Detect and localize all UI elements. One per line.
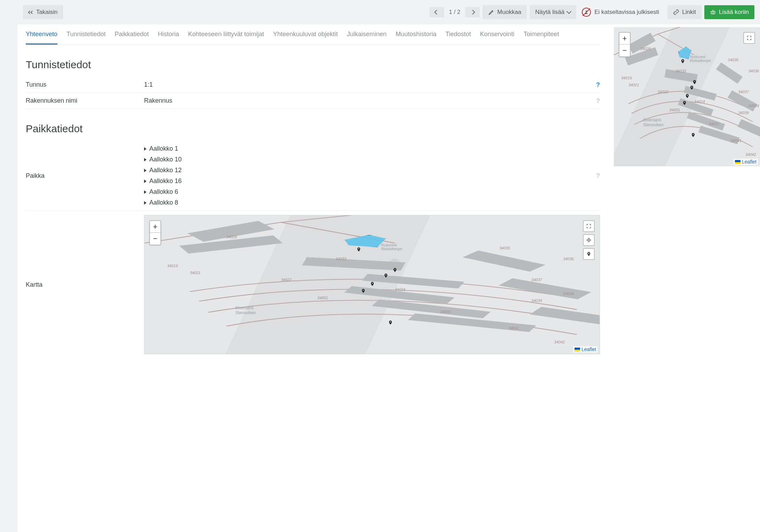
- tab-yhteenveto[interactable]: Yhteenveto: [26, 31, 57, 45]
- tab-tiedostot[interactable]: Tiedostot: [445, 31, 471, 45]
- pager-prev-button[interactable]: [429, 7, 444, 17]
- map-pin[interactable]: [383, 272, 388, 276]
- add-to-cart-button[interactable]: Lisää koriin: [704, 5, 754, 19]
- map-plot-label: 34034: [563, 292, 574, 296]
- tab-paikkatiedot[interactable]: Paikkatiedot: [114, 31, 149, 45]
- tab-yhteenkuuluvat-objektit[interactable]: Yhteenkuuluvat objektit: [273, 31, 338, 45]
- help-icon[interactable]: ?: [596, 172, 600, 180]
- map-pin[interactable]: [691, 132, 695, 136]
- paikka-item-label: Aallokko 8: [149, 199, 178, 206]
- map-attribution: Leaflet: [734, 159, 758, 165]
- paikka-item-label: Aallokko 1: [149, 145, 178, 152]
- paikka-item[interactable]: Aallokko 12: [144, 167, 600, 174]
- double-chevron-left-icon: [29, 11, 33, 14]
- show-more-button[interactable]: Näytä lisää: [530, 5, 576, 19]
- fullscreen-icon: [586, 223, 592, 229]
- tab-kohteeseen-liittyv-t-toimijat[interactable]: Kohteeseen liittyvät toimijat: [188, 31, 264, 45]
- paikka-item[interactable]: Aallokko 16: [144, 177, 600, 185]
- not-public-icon: [582, 8, 591, 17]
- map-plot-label: 34035: [499, 246, 510, 250]
- link-icon: [673, 9, 679, 15]
- locate-button[interactable]: [583, 234, 595, 246]
- zoom-out-button[interactable]: −: [619, 45, 630, 56]
- help-icon[interactable]: ?: [596, 81, 600, 88]
- zoom-control: + −: [149, 220, 161, 245]
- field-label: Paikka: [26, 172, 144, 180]
- paikka-item[interactable]: Aallokko 1: [144, 145, 600, 152]
- map-plot-label: 34039: [738, 111, 749, 115]
- chevron-down-icon: [567, 9, 571, 14]
- help-icon[interactable]: ?: [596, 97, 600, 104]
- fullscreen-button[interactable]: [583, 220, 595, 232]
- map-plot-label: 34019: [167, 264, 178, 268]
- map-plot-label: 34036: [563, 257, 574, 261]
- map-plot-label: 34037: [738, 90, 749, 94]
- map-plot-label: 34024: [694, 100, 705, 104]
- map-pin[interactable]: [356, 246, 361, 250]
- leaflet-link[interactable]: Leaflet: [742, 159, 757, 165]
- tab-muutoshistoria[interactable]: Muutoshistoria: [396, 31, 436, 45]
- section-heading-paikkatiedot: Paikkatiedot: [26, 123, 600, 135]
- map-pin[interactable]: [393, 267, 397, 271]
- marker-button[interactable]: [583, 248, 595, 260]
- disclosure-triangle-icon: [144, 190, 147, 194]
- pager: 1 / 2: [429, 5, 480, 19]
- map-plot-label: 34036: [748, 69, 759, 73]
- paikka-item[interactable]: Aallokko 8: [144, 199, 600, 206]
- map-main[interactable]: + −: [144, 215, 600, 354]
- field-row-rakennuksen-nimi: Rakennuksen nimi Rakennus ?: [26, 93, 600, 109]
- map-pin[interactable]: [692, 79, 696, 83]
- fullscreen-button[interactable]: [743, 32, 755, 44]
- paikka-list: Aallokko 1Aallokko 10Aallokko 12Aallokko…: [144, 145, 600, 206]
- disclosure-triangle-icon: [144, 201, 147, 205]
- zoom-in-button[interactable]: +: [619, 33, 630, 45]
- paikka-item[interactable]: Aallokko 10: [144, 156, 600, 163]
- map-area-label: RyskyvesiRistisalberget: [690, 55, 711, 63]
- leaflet-link[interactable]: Leaflet: [581, 347, 596, 352]
- edit-button[interactable]: Muokkaa: [483, 5, 527, 19]
- map-pin[interactable]: [682, 100, 686, 104]
- ukraine-flag-icon: [575, 348, 580, 351]
- svg-rect-9: [530, 307, 600, 326]
- map-plot-label: 34001: [670, 108, 680, 112]
- tab-tunnistetiedot[interactable]: Tunnistetiedot: [66, 31, 105, 45]
- map-plot-label: 34026: [640, 47, 651, 51]
- map-plot-label: 34037: [531, 278, 542, 282]
- toolbar: Takaisin 1 / 2 Muokkaa Näytä lisää: [17, 0, 760, 24]
- disclosure-triangle-icon: [144, 180, 147, 183]
- map-plot-label: 34031: [709, 122, 720, 126]
- map-plot-label: 34026: [226, 235, 237, 239]
- show-more-label: Näytä lisää: [535, 9, 564, 16]
- map-pin[interactable]: [680, 58, 684, 62]
- links-button[interactable]: Linkit: [667, 5, 702, 19]
- tab-konservointi[interactable]: Konservointi: [480, 31, 514, 45]
- pencil-icon: [488, 9, 494, 15]
- map-pin[interactable]: [685, 93, 689, 97]
- back-button-label: Takaisin: [36, 9, 57, 16]
- svg-point-12: [588, 240, 589, 240]
- map-plot-label: 34042: [554, 340, 565, 344]
- map-pin[interactable]: [361, 287, 365, 292]
- visibility-status-text: Ei katseltavissa julkisesti: [594, 9, 659, 16]
- paikka-item-label: Aallokko 6: [149, 188, 178, 196]
- zoom-in-button[interactable]: +: [150, 221, 160, 233]
- map-plot-label: 34042: [745, 152, 756, 157]
- map-area-label: KivenlahtiStensviken: [643, 118, 664, 127]
- tab-julkaiseminen[interactable]: Julkaiseminen: [347, 31, 387, 45]
- map-pin[interactable]: [388, 319, 392, 323]
- tab-toimenpiteet[interactable]: Toimenpiteet: [523, 31, 559, 45]
- disclosure-triangle-icon: [144, 158, 147, 161]
- field-label: Tunnus: [26, 81, 144, 88]
- field-value: Rakennus: [144, 97, 600, 104]
- crosshair-icon: [586, 237, 592, 243]
- pager-next-button[interactable]: [465, 7, 480, 17]
- map-plot-label: 34031: [440, 310, 451, 314]
- map-pin[interactable]: [370, 280, 374, 285]
- map-plot-label: 34039: [531, 299, 542, 303]
- back-button[interactable]: Takaisin: [23, 5, 63, 19]
- svg-rect-3: [362, 274, 464, 288]
- map-side[interactable]: + − Leaflet 3402634033340193402234035340…: [614, 27, 760, 166]
- zoom-out-button[interactable]: −: [150, 233, 160, 245]
- paikka-item[interactable]: Aallokko 6: [144, 188, 600, 196]
- tab-historia[interactable]: Historia: [158, 31, 179, 45]
